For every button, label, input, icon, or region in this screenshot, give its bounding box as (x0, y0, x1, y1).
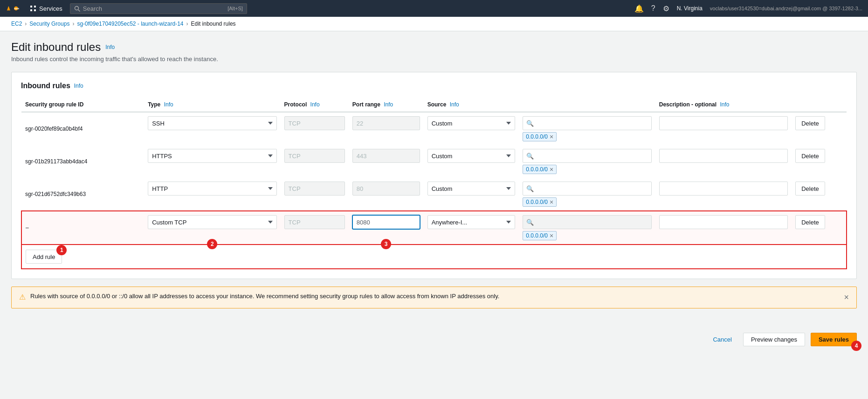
row2-tag-chip: 0.0.0.0/0 × (523, 165, 557, 174)
page-title-row: Edit inbound rules Info (11, 41, 857, 54)
row3-source-val-cell: 🔍 0.0.0.0/0 × (519, 178, 655, 211)
th-type-info[interactable]: Info (164, 101, 173, 108)
new-row-desc-input[interactable] (659, 215, 788, 229)
svg-rect-4 (30, 9, 32, 11)
svg-text:aws: aws (14, 7, 20, 10)
breadcrumb-sg-id[interactable]: sg-0f09e17049205ec52 - launch-wizard-14 (77, 21, 183, 27)
th-source-info[interactable]: Info (450, 101, 459, 108)
breadcrumb-ec2[interactable]: EC2 (11, 21, 22, 27)
row2-desc-input[interactable] (659, 149, 788, 163)
row1-desc-cell (655, 112, 792, 145)
region-selector[interactable]: N. Virginia (677, 5, 703, 12)
row2-delete-button[interactable]: Delete (795, 149, 825, 163)
row2-source-val-cell: 🔍 0.0.0.0/0 × (519, 145, 655, 178)
row1-protocol-input (284, 116, 345, 130)
row2-protocol-input (284, 149, 345, 163)
save-rules-button[interactable]: Save rules 4 (811, 333, 857, 346)
card-title: Inbound rules (21, 82, 70, 90)
new-row-search-icon: 🔍 (526, 219, 534, 226)
top-nav: aws Services [Alt+S] 🔔 ? ⚙ N. Virginia v… (0, 0, 868, 17)
breadcrumb-security-groups[interactable]: Security Groups (29, 21, 69, 27)
breadcrumb-sep1: › (25, 21, 27, 27)
row2-port-input (352, 149, 420, 163)
row2-source-search[interactable] (523, 149, 651, 163)
row1-tag-chip: 0.0.0.0/0 × (523, 132, 557, 141)
search-icon (74, 6, 80, 12)
th-port-info[interactable]: Info (384, 101, 393, 108)
row1-source-select[interactable]: Custom Anywhere-IPv4 My IP (427, 116, 516, 130)
services-button[interactable]: Services (26, 3, 66, 14)
row1-search-icon: 🔍 (526, 120, 534, 127)
settings-icon[interactable]: ⚙ (663, 4, 669, 13)
row1-desc-input[interactable] (659, 116, 788, 130)
new-row-port-input[interactable] (352, 215, 420, 229)
row2-type-select[interactable]: HTTPS SSH HTTP Custom TCP (148, 149, 276, 163)
breadcrumb-sep3: › (186, 21, 188, 27)
card-info-link[interactable]: Info (74, 83, 83, 89)
row1-type-select[interactable]: SSH HTTPS HTTP Custom TCP (148, 116, 276, 130)
row3-protocol-input (284, 182, 345, 196)
row2-source-cell: Custom Anywhere-IPv4 My IP (424, 145, 519, 178)
row1-delete-button[interactable]: Delete (795, 116, 825, 130)
row1-port-input (352, 116, 420, 130)
cancel-button[interactable]: Cancel (707, 333, 737, 346)
warning-icon: ⚠ (19, 293, 26, 301)
page-title: Edit inbound rules (11, 41, 101, 54)
row2-desc-cell (655, 145, 792, 178)
row3-type-select[interactable]: HTTP SSH HTTPS Custom TCP (148, 182, 276, 196)
nav-right: 🔔 ? ⚙ N. Virginia voclabs/user3142530=du… (634, 4, 862, 13)
rules-table: Security group rule ID Type Info Protoco… (21, 98, 847, 245)
th-protocol-info[interactable]: Info (310, 101, 320, 108)
new-row-delete-cell: Delete (792, 211, 847, 245)
row3-source-search[interactable] (523, 182, 651, 196)
new-row-delete-button[interactable]: Delete (795, 215, 825, 229)
row1-source-search[interactable] (523, 116, 651, 130)
row3-port-input (352, 182, 420, 196)
row3-desc-cell (655, 178, 792, 211)
add-rule-row: Add rule 1 (21, 245, 847, 269)
notifications-icon[interactable]: 🔔 (634, 4, 644, 13)
new-row-source-val-cell: 🔍 0.0.0.0/0 × (519, 211, 655, 245)
row3-remove-tag[interactable]: × (550, 199, 553, 205)
new-rule-row: – Custom TCP SSH HTTPS HTTP 2 (21, 211, 847, 245)
row3-source-select[interactable]: Custom Anywhere-IPv4 My IP (427, 182, 516, 196)
row1-remove-tag[interactable]: × (550, 133, 553, 140)
warning-close-button[interactable]: × (844, 293, 849, 302)
search-input[interactable] (83, 5, 225, 12)
row3-delete-button[interactable]: Delete (795, 182, 825, 196)
page-info-link[interactable]: Info (105, 44, 115, 50)
row3-id: sgr-021d6752dfc349b63 (21, 178, 144, 211)
step-badge-1: 1 (56, 245, 67, 255)
new-row-type-select[interactable]: Custom TCP SSH HTTPS HTTP (148, 215, 276, 229)
row1-port-cell (349, 112, 424, 145)
new-row-source-search[interactable] (523, 215, 651, 229)
svg-rect-5 (34, 9, 36, 11)
row2-source-select[interactable]: Custom Anywhere-IPv4 My IP (427, 149, 516, 163)
preview-changes-button[interactable]: Preview changes (743, 333, 805, 346)
svg-rect-3 (34, 6, 36, 7)
main-content: Edit inbound rules Info Inbound rules co… (0, 31, 868, 325)
new-row-protocol-cell (281, 211, 349, 245)
th-source-val (519, 98, 655, 112)
new-row-remove-tag[interactable]: × (550, 232, 553, 239)
add-rule-button[interactable]: Add rule 1 (26, 250, 62, 264)
search-shortcut: [Alt+S] (227, 6, 243, 11)
page-subtitle: Inbound rules control the incoming traff… (11, 56, 857, 63)
help-icon[interactable]: ? (651, 4, 655, 13)
breadcrumb-current: Edit inbound rules (191, 21, 236, 27)
row3-desc-input[interactable] (659, 182, 788, 196)
row2-protocol-cell (281, 145, 349, 178)
new-row-source-cell: Anywhere-I... Custom My IP (424, 211, 519, 245)
row2-remove-tag[interactable]: × (550, 166, 553, 173)
new-row-source-select[interactable]: Anywhere-I... Custom My IP (427, 215, 516, 229)
row1-type-cell: SSH HTTPS HTTP Custom TCP (144, 112, 280, 145)
th-port: Port range Info (349, 98, 424, 112)
footer-actions: Cancel Preview changes Save rules 4 (0, 325, 868, 354)
aws-logo[interactable]: aws (6, 4, 21, 13)
new-row-id: – (21, 211, 144, 245)
th-desc-info[interactable]: Info (720, 101, 729, 108)
step-badge-2: 2 (207, 239, 217, 249)
card-title-row: Inbound rules Info (21, 82, 847, 90)
row2-id: sgr-01b291173abb4dac4 (21, 145, 144, 178)
new-row-type-cell: Custom TCP SSH HTTPS HTTP 2 (144, 211, 280, 245)
